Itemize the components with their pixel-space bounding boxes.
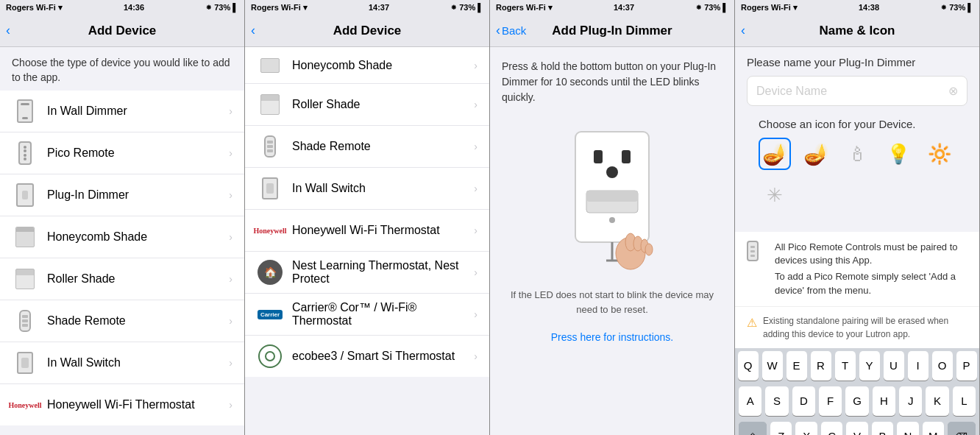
- floor-lamp-icon: 🕯: [847, 142, 867, 166]
- list-item-pico[interactable]: Pico Remote ›: [0, 132, 244, 174]
- key-W[interactable]: W: [762, 351, 783, 381]
- instructions-text: Press & hold the bottom button on your P…: [490, 47, 734, 117]
- list-item-roller-2[interactable]: Roller Shade ›: [245, 84, 489, 126]
- back-arrow-icon-3: ‹: [496, 23, 500, 38]
- key-G[interactable]: G: [845, 386, 868, 416]
- battery-icon-4: ▌: [967, 3, 973, 12]
- wifi-icon: ▾: [58, 3, 63, 13]
- key-H[interactable]: H: [873, 386, 895, 416]
- list-item-inwall-switch-2[interactable]: In Wall Switch ›: [245, 168, 489, 210]
- list-item-inwall-switch[interactable]: In Wall Switch ›: [0, 342, 244, 384]
- key-O[interactable]: O: [932, 351, 953, 381]
- svg-rect-0: [575, 132, 649, 242]
- list-item-shade-remote-2[interactable]: Shade Remote ›: [245, 126, 489, 168]
- icon-option-lamp-blue[interactable]: 🪔: [759, 138, 791, 170]
- key-shift[interactable]: ⇧: [739, 422, 767, 435]
- name-section: Please name your Plug-In Dimmer Device N…: [735, 47, 979, 226]
- press-instructions-link[interactable]: Press here for instructions.: [490, 325, 734, 349]
- key-V[interactable]: V: [846, 422, 867, 435]
- status-bar-1: Rogers Wi-Fi ▾ 14:36 ⁕ 73% ▌: [0, 0, 244, 15]
- device-name-input[interactable]: Device Name: [756, 85, 948, 98]
- icon-option-floor-lamp[interactable]: 🕯: [841, 138, 873, 170]
- key-I[interactable]: I: [908, 351, 928, 381]
- list-item-honeycomb-partial[interactable]: Honeycomb Shade ›: [245, 47, 489, 84]
- back-button-1[interactable]: ‹: [6, 23, 10, 38]
- label-plugin-dimmer: Plug-In Dimmer: [47, 188, 229, 202]
- content-4: Please name your Plug-In Dimmer Device N…: [735, 47, 979, 435]
- list-item-carrier[interactable]: Carrier Carrier® Cor™ / Wi-Fi® Thermosta…: [245, 294, 489, 336]
- clear-input-icon[interactable]: ⊗: [948, 84, 958, 98]
- back-arrow-icon-4: ‹: [741, 23, 745, 38]
- list-item-ecobee[interactable]: ecobee3 / Smart Si Thermostat ›: [245, 336, 489, 377]
- icon-carrier: Carrier: [257, 301, 283, 328]
- key-L[interactable]: L: [953, 386, 976, 416]
- key-S[interactable]: S: [765, 386, 788, 416]
- key-backspace[interactable]: ⌫: [948, 422, 976, 435]
- key-J[interactable]: J: [899, 386, 922, 416]
- label-carrier: Carrier® Cor™ / Wi-Fi® Thermostat: [292, 301, 474, 328]
- key-F[interactable]: F: [819, 386, 842, 416]
- wifi-icon-4: ▾: [793, 3, 798, 13]
- chevron-shade-remote-2: ›: [474, 141, 477, 152]
- key-Q[interactable]: Q: [738, 351, 759, 381]
- chevron-inwall-switch-2: ›: [474, 183, 477, 194]
- key-X[interactable]: X: [795, 422, 817, 435]
- content-2: Honeycomb Shade › Roller Shade › Shade R…: [245, 47, 489, 435]
- keyboard-row-3: ⇧ Z X C V B N M ⌫: [735, 419, 979, 435]
- lamp-gray-1-icon: 🪔: [803, 142, 829, 166]
- status-time-2: 14:37: [369, 3, 389, 12]
- label-ecobee: ecobee3 / Smart Si Thermostat: [292, 350, 474, 363]
- carrier-text-3: Rogers Wi-Fi: [496, 3, 546, 12]
- device-name-field[interactable]: Device Name ⊗: [747, 76, 967, 106]
- plug-dimmer-svg: [546, 124, 678, 272]
- icon-choose-label: Choose an icon for your Device.: [747, 118, 967, 138]
- status-time: 14:36: [124, 3, 144, 12]
- icon-honeywell: Honeywell: [12, 392, 38, 418]
- keyboard-row-1: Q W E R T Y U I O P: [735, 348, 979, 383]
- key-Y[interactable]: Y: [859, 351, 880, 381]
- key-M[interactable]: M: [923, 422, 944, 435]
- carrier-text-4: Rogers Wi-Fi: [741, 3, 791, 12]
- key-C[interactable]: C: [821, 422, 842, 435]
- list-item-roller[interactable]: Roller Shade ›: [0, 258, 244, 300]
- back-button-2[interactable]: ‹: [251, 23, 255, 38]
- list-item-honeywell[interactable]: Honeywell Honeywell Wi-Fi Thermostat ›: [0, 384, 244, 425]
- back-button-4[interactable]: ‹: [741, 23, 745, 38]
- back-button-3[interactable]: ‹ Back: [496, 23, 526, 38]
- label-roller: Roller Shade: [47, 272, 229, 286]
- back-arrow-icon-1: ‹: [6, 23, 10, 38]
- label-inwall-switch-2: In Wall Switch: [292, 182, 474, 195]
- list-item-honeycomb[interactable]: Honeycomb Shade ›: [0, 216, 244, 258]
- list-item-nest[interactable]: 🏠 Nest Learning Thermostat, Nest Protect…: [245, 252, 489, 294]
- icon-option-arm-lamp[interactable]: 🔆: [923, 138, 956, 170]
- key-T[interactable]: T: [835, 351, 856, 381]
- key-N[interactable]: N: [897, 422, 918, 435]
- chevron-roller: ›: [229, 273, 232, 285]
- key-Z[interactable]: Z: [770, 422, 792, 435]
- icon-option-pendant[interactable]: 💡: [882, 138, 915, 170]
- list-item-honeywell-2[interactable]: Honeywell Honeywell Wi-Fi Thermostat ›: [245, 210, 489, 252]
- key-P[interactable]: P: [956, 351, 977, 381]
- battery-icon-2: ▌: [477, 3, 483, 12]
- key-A[interactable]: A: [739, 386, 761, 416]
- nav-title-2: Add Device: [333, 24, 402, 38]
- chevron-honeycomb-2: ›: [474, 60, 477, 71]
- list-item-plugin-dimmer[interactable]: Plug-In Dimmer ›: [0, 174, 244, 216]
- list-item-inwall-dimmer[interactable]: In Wall Dimmer ›: [0, 91, 244, 132]
- key-U[interactable]: U: [884, 351, 904, 381]
- icon-honeycomb: [12, 224, 38, 250]
- list-item-shade-remote[interactable]: Shade Remote ›: [0, 300, 244, 342]
- key-K[interactable]: K: [926, 386, 948, 416]
- key-D[interactable]: D: [792, 386, 815, 416]
- key-E[interactable]: E: [787, 351, 807, 381]
- key-R[interactable]: R: [811, 351, 831, 381]
- key-B[interactable]: B: [872, 422, 893, 435]
- status-battery: ⁕ 73% ▌: [205, 3, 238, 13]
- intro-text-1: Choose the type of device you would like…: [0, 47, 244, 91]
- icon-shade-remote-2: [257, 133, 283, 160]
- chevron-plugin-dimmer: ›: [229, 189, 232, 201]
- svg-point-6: [609, 217, 615, 223]
- content-1: Choose the type of device you would like…: [0, 47, 244, 435]
- icon-option-lamp-gray-1[interactable]: 🪔: [800, 138, 832, 170]
- icon-option-branch[interactable]: ✳: [759, 179, 791, 211]
